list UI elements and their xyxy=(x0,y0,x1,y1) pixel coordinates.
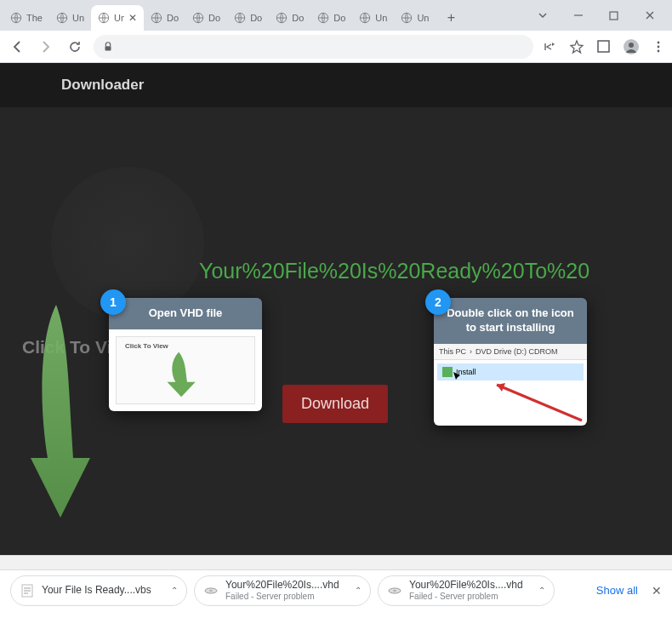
page-content: Your%20File%20Is%20Ready%20To%20 Click T… xyxy=(0,107,672,555)
svg-point-17 xyxy=(658,41,660,43)
globe-icon xyxy=(10,12,22,24)
step-badge-2: 2 xyxy=(425,289,451,315)
disk-icon xyxy=(387,583,402,598)
chevron-up-icon[interactable]: ⌃ xyxy=(355,586,362,595)
headline-text: Your%20File%20Is%20Ready%20To%20 xyxy=(199,259,589,283)
site-brand: Downloader xyxy=(61,77,144,94)
profile-icon[interactable] xyxy=(623,38,640,55)
svg-point-23 xyxy=(209,590,213,592)
disk-icon xyxy=(203,583,219,598)
new-tab-button[interactable]: + xyxy=(439,6,463,30)
address-bar[interactable] xyxy=(94,35,533,59)
dropdown-icon[interactable] xyxy=(538,10,558,20)
tab-7[interactable]: Do xyxy=(310,5,352,31)
tab-title: The xyxy=(26,13,43,23)
globe-icon xyxy=(98,12,110,24)
minimize-button[interactable] xyxy=(573,10,594,20)
bookmark-icon[interactable] xyxy=(569,39,584,54)
download-name: Your%20File%20Is....vhd xyxy=(409,579,523,591)
maximize-button[interactable] xyxy=(609,11,629,20)
shelf-close-button[interactable]: ✕ xyxy=(652,584,662,598)
horizontal-scrollbar[interactable] xyxy=(0,555,672,569)
globe-icon xyxy=(276,12,288,24)
download-button[interactable]: Download xyxy=(282,385,388,423)
file-icon xyxy=(20,583,35,598)
browser-toolbar xyxy=(0,31,672,63)
globe-icon xyxy=(401,12,413,24)
download-status: Failed - Server problem xyxy=(225,592,339,602)
chevron-right-icon: › xyxy=(470,347,472,356)
svg-rect-14 xyxy=(598,41,609,52)
tab-title: Do xyxy=(292,13,304,23)
reload-button[interactable] xyxy=(65,37,85,57)
cursor-icon xyxy=(453,371,463,381)
globe-icon xyxy=(234,12,246,24)
tab-6[interactable]: Do xyxy=(269,5,310,31)
tab-0[interactable]: The xyxy=(3,5,49,31)
tab-title: Do xyxy=(167,13,179,23)
tab-8[interactable]: Un xyxy=(352,5,394,31)
download-item-0[interactable]: Your File Is Ready....vbs ⌃ xyxy=(10,575,187,606)
globe-icon xyxy=(317,12,329,24)
green-arrow-icon xyxy=(22,305,107,526)
svg-line-20 xyxy=(497,385,582,420)
chevron-up-icon[interactable]: ⌃ xyxy=(538,586,545,595)
step-card-2: 2 Double click on the icon to start inst… xyxy=(434,298,587,426)
forward-button[interactable] xyxy=(36,37,56,57)
step-title-2: Double click on the icon to start instal… xyxy=(434,298,587,344)
tab-5[interactable]: Do xyxy=(227,5,269,31)
download-name: Your%20File%20Is....vhd xyxy=(225,579,339,591)
tab-title: Un xyxy=(375,13,387,23)
download-name: Your File Is Ready....vbs xyxy=(42,584,151,596)
tab-2-active[interactable]: Un✕ xyxy=(91,5,144,31)
crumb-b: DVD Drive (D:) CDROM xyxy=(476,347,558,356)
red-arrow-icon xyxy=(490,380,584,422)
crumb-a: This PC xyxy=(439,347,466,356)
page-header: Downloader xyxy=(0,63,672,107)
download-shelf: Your File Is Ready....vbs ⌃ Your%20File%… xyxy=(0,569,672,610)
lock-icon xyxy=(102,41,114,53)
show-all-link[interactable]: Show all xyxy=(596,584,638,597)
tab-title: Do xyxy=(333,13,345,23)
globe-icon xyxy=(151,12,162,24)
menu-icon[interactable] xyxy=(652,40,665,54)
svg-rect-12 xyxy=(105,46,111,50)
step-body-2: This PC › DVD Drive (D:) CDROM Install xyxy=(434,344,587,426)
step2-breadcrumb: This PC › DVD Drive (D:) CDROM xyxy=(434,344,587,360)
svg-point-25 xyxy=(393,590,396,592)
step-badge-1: 1 xyxy=(100,289,126,315)
background-circle xyxy=(51,167,204,320)
page-viewport: Downloader Your%20File%20Is%20Ready%20To… xyxy=(0,63,672,555)
tab-title: Un xyxy=(72,13,84,23)
download-item-1[interactable]: Your%20File%20Is....vhdFailed - Server p… xyxy=(194,575,371,606)
window-controls xyxy=(531,0,672,31)
tab-title: Un xyxy=(114,13,124,23)
step-title-1: Open VHD file xyxy=(109,298,262,329)
step-card-1: 1 Open VHD file Click To View xyxy=(109,298,262,411)
tab-4[interactable]: Do xyxy=(185,5,227,31)
svg-point-16 xyxy=(629,43,634,48)
tab-9[interactable]: Un xyxy=(394,5,436,31)
step-body-1: Click To View xyxy=(109,329,262,411)
download-item-2[interactable]: Your%20File%20Is....vhdFailed - Server p… xyxy=(378,575,555,606)
globe-icon xyxy=(192,12,204,24)
svg-rect-1 xyxy=(610,12,618,20)
tab-title: Do xyxy=(250,13,262,23)
globe-icon xyxy=(359,12,371,24)
toolbar-right xyxy=(542,38,665,55)
tab-close-icon[interactable]: ✕ xyxy=(128,12,137,24)
globe-icon xyxy=(56,12,68,24)
svg-point-18 xyxy=(658,45,660,48)
download-status: Failed - Server problem xyxy=(409,592,523,602)
extensions-icon[interactable] xyxy=(596,39,611,54)
installer-icon xyxy=(442,367,453,377)
share-icon[interactable] xyxy=(542,39,557,54)
tab-1[interactable]: Un xyxy=(49,5,91,31)
chevron-up-icon[interactable]: ⌃ xyxy=(171,586,178,595)
close-button[interactable] xyxy=(645,10,665,20)
svg-point-19 xyxy=(658,49,660,52)
tab-3[interactable]: Do xyxy=(144,5,185,31)
back-button[interactable] xyxy=(7,37,27,57)
tab-title: Do xyxy=(208,13,220,23)
tab-title: Un xyxy=(417,13,429,23)
